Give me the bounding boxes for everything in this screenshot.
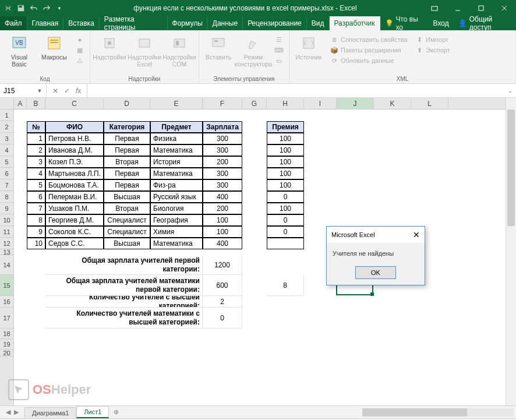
- cell-H2[interactable]: Премия: [267, 121, 304, 133]
- tell-me[interactable]: 💡 Что вы хо: [380, 16, 429, 30]
- cell-E7[interactable]: Физ-ра: [150, 179, 203, 191]
- row-header-5[interactable]: 5: [0, 156, 13, 168]
- col-header-I[interactable]: I: [304, 98, 337, 109]
- cell-H8[interactable]: 0: [267, 191, 304, 203]
- cell-D8[interactable]: Высшая: [104, 191, 150, 203]
- cell-B8[interactable]: 6: [27, 191, 45, 203]
- cell-F15[interactable]: 600: [203, 275, 242, 296]
- cell-H5[interactable]: 100: [267, 156, 304, 168]
- cell-E4[interactable]: Математика: [150, 144, 203, 156]
- tab-home[interactable]: Главная: [27, 16, 64, 30]
- row-header-19[interactable]: 19: [0, 339, 13, 350]
- cell-E12[interactable]: Математика: [150, 238, 203, 249]
- close-icon[interactable]: [493, 0, 516, 16]
- tab-view[interactable]: Вид: [307, 16, 330, 30]
- save-icon[interactable]: [16, 3, 26, 13]
- tab-formulas[interactable]: Формулы: [168, 16, 208, 30]
- macros-button[interactable]: Макросы: [38, 33, 70, 61]
- row-header-8[interactable]: 8: [0, 191, 13, 203]
- col-header-D[interactable]: D: [104, 98, 150, 109]
- sign-in[interactable]: Вход: [429, 16, 454, 30]
- com-addins-button[interactable]: Надстройки COM: [164, 33, 195, 68]
- cancel-formula-icon[interactable]: ✕: [50, 87, 61, 95]
- tab-review[interactable]: Рецензирование: [243, 16, 307, 30]
- cell-D5[interactable]: Вторая: [104, 156, 150, 168]
- tab-data[interactable]: Данные: [208, 16, 243, 30]
- cell-F6[interactable]: 300: [203, 168, 242, 179]
- row-header-18[interactable]: 18: [0, 329, 13, 339]
- maximize-icon[interactable]: [469, 0, 493, 16]
- row-header-16[interactable]: 16: [0, 296, 13, 308]
- row-header-1[interactable]: 1: [0, 110, 13, 121]
- row-header-9[interactable]: 9: [0, 203, 13, 214]
- enter-formula-icon[interactable]: ✓: [62, 87, 72, 95]
- row-headers[interactable]: 1234567891011121314151617181920: [0, 110, 14, 405]
- col-header-G[interactable]: G: [242, 98, 267, 109]
- cell-C5[interactable]: Козел П.Э.: [45, 156, 104, 168]
- dialog-close-icon[interactable]: ✕: [413, 230, 420, 239]
- cell-C6[interactable]: Мартынова Л.П.: [45, 168, 104, 179]
- cell-B2[interactable]: №: [27, 121, 45, 133]
- insert-control-button[interactable]: Вставить: [203, 33, 234, 61]
- cell-D11[interactable]: Специалист: [104, 226, 150, 238]
- tab-file[interactable]: Файл: [0, 16, 27, 30]
- cell-H15[interactable]: 8: [267, 275, 304, 296]
- cell-F14[interactable]: 1200: [203, 255, 242, 275]
- name-box-input[interactable]: [0, 87, 35, 95]
- view-code-button[interactable]: ⌨: [273, 45, 285, 55]
- undo-icon[interactable]: [29, 3, 38, 13]
- add-sheet-button[interactable]: ⊕: [109, 406, 123, 418]
- row-header-13[interactable]: 13: [0, 249, 13, 255]
- cell-C10[interactable]: Георгиев Д.М.: [45, 214, 104, 226]
- export-button[interactable]: ⬆Экспорт: [413, 45, 452, 55]
- qat-dropdown-icon[interactable]: ▼: [55, 3, 64, 13]
- col-header-L[interactable]: L: [411, 98, 448, 109]
- next-sheet-icon[interactable]: ▶: [14, 408, 19, 416]
- cell-C4[interactable]: Иванова Д.М.: [45, 144, 104, 156]
- horizontal-scrollbar[interactable]: [123, 406, 516, 418]
- cell-D2[interactable]: Категория: [104, 121, 150, 133]
- refresh-data-button[interactable]: ⟳Обновить данные: [328, 56, 409, 65]
- relative-refs-button[interactable]: ▦: [73, 45, 86, 55]
- run-dialog-button[interactable]: ▭: [273, 56, 285, 65]
- cell-E11[interactable]: Химия: [150, 226, 203, 238]
- col-header-A[interactable]: A: [14, 98, 27, 109]
- cell-E5[interactable]: История: [150, 156, 203, 168]
- scrollbar-thumb[interactable]: [507, 110, 515, 226]
- expand-formula-bar-icon[interactable]: ⌄: [504, 84, 516, 97]
- cell-F8[interactable]: 400: [203, 191, 242, 203]
- row-header-14[interactable]: 14: [0, 255, 13, 275]
- share-button[interactable]: 👤 Общий доступ: [454, 16, 516, 30]
- tab-insert[interactable]: Вставка: [63, 16, 100, 30]
- col-header-H[interactable]: H: [267, 98, 304, 109]
- source-button[interactable]: Источник: [293, 33, 324, 61]
- cell-D6[interactable]: Первая: [104, 168, 150, 179]
- col-header-E[interactable]: E: [150, 98, 203, 109]
- row-header-20[interactable]: 20: [0, 350, 13, 357]
- name-box-dropdown-icon[interactable]: ▼: [35, 88, 44, 94]
- col-header-F[interactable]: F: [203, 98, 242, 109]
- cell-E3[interactable]: Физика: [150, 133, 203, 144]
- import-button[interactable]: ⬇Импорт: [413, 35, 452, 44]
- cell-F17[interactable]: 0: [203, 308, 242, 329]
- row-header-6[interactable]: 6: [0, 168, 13, 179]
- map-properties-button[interactable]: 🗎Сопоставить свойства: [328, 35, 409, 44]
- row-header-15[interactable]: 15: [0, 275, 13, 296]
- cell-E6[interactable]: Математика: [150, 168, 203, 179]
- summary-label-15[interactable]: Общая зарплата учителей математики перво…: [45, 275, 203, 296]
- cell-D3[interactable]: Первая: [104, 133, 150, 144]
- expansion-packs-button[interactable]: 📦Пакеты расширения: [328, 45, 409, 55]
- cells-area[interactable]: №ФИОКатегорияПредметЗарплатаПремия1Петро…: [14, 110, 506, 405]
- tab-developer[interactable]: Разработчик: [330, 16, 380, 30]
- cell-H7[interactable]: 100: [267, 179, 304, 191]
- cell-E10[interactable]: География: [150, 214, 203, 226]
- cell-F4[interactable]: 300: [203, 144, 242, 156]
- cell-D10[interactable]: Специалист: [104, 214, 150, 226]
- cell-B12[interactable]: 10: [27, 238, 45, 249]
- cell-C7[interactable]: Боцмонова Т.А.: [45, 179, 104, 191]
- ribbon-display-icon[interactable]: [423, 0, 446, 16]
- column-headers[interactable]: ABCDEFGHIJKL: [14, 98, 506, 110]
- cell-C12[interactable]: Седов С.С.: [45, 238, 104, 249]
- cell-F2[interactable]: Зарплата: [203, 121, 242, 133]
- design-mode-button[interactable]: Режим конструктора: [238, 33, 269, 68]
